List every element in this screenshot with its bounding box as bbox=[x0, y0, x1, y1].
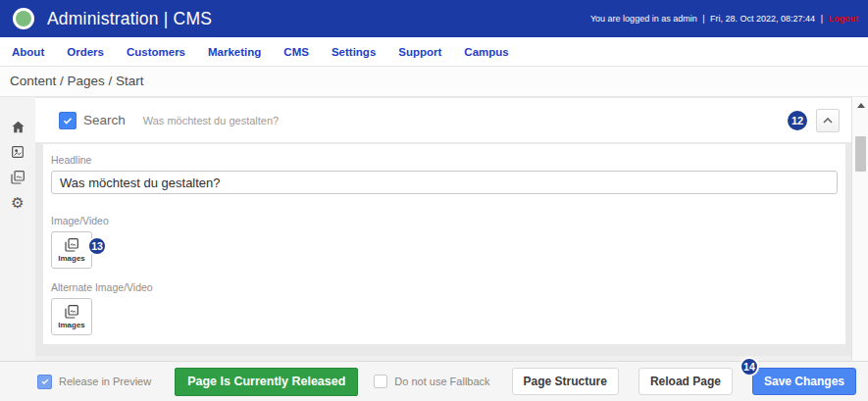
images-count-badge: 13 bbox=[87, 236, 107, 256]
breadcrumb[interactable]: Content / Pages / Start bbox=[0, 67, 868, 96]
module-title: Search bbox=[83, 113, 126, 127]
app-title: Administration | CMS bbox=[47, 9, 212, 29]
checkmark-icon bbox=[62, 115, 74, 126]
checkmark-icon bbox=[40, 376, 50, 386]
search-module-header: Search Was möchtest du gestalten? 12 bbox=[35, 98, 851, 142]
separator: | bbox=[702, 14, 704, 24]
brand-logo-globe bbox=[16, 11, 31, 26]
nav-item-cms[interactable]: CMS bbox=[283, 46, 309, 58]
save-changes-label: Save Changes bbox=[764, 375, 844, 388]
headline-label: Headline bbox=[51, 154, 838, 166]
reload-page-button[interactable]: Reload Page bbox=[638, 368, 733, 395]
nav-item-about[interactable]: About bbox=[12, 46, 44, 58]
footer-right-buttons: Page Structure Reload Page Save Changes … bbox=[512, 368, 868, 395]
module-subtitle: Was möchtest du gestalten? bbox=[143, 115, 279, 126]
release-in-preview-checkbox[interactable] bbox=[37, 375, 52, 389]
separator: | bbox=[821, 14, 823, 24]
alternate-images-picker-button[interactable]: Images bbox=[51, 298, 92, 335]
left-icon-rail: ⚙ bbox=[0, 97, 35, 361]
fallback-label: Do not use Fallback bbox=[394, 376, 489, 387]
admin-cms-window: Administration | CMS You are logged in a… bbox=[0, 0, 868, 401]
alternate-images-button-label: Images bbox=[58, 321, 85, 329]
release-status-button[interactable]: Page Is Currently Released bbox=[175, 368, 358, 396]
module-form-panel: Headline Image/Video Images 13 Alternate… bbox=[43, 144, 845, 344]
collapse-button[interactable] bbox=[816, 109, 840, 132]
login-status-text: You are logged in as admin bbox=[590, 14, 697, 24]
footer-action-bar: Release in Preview Page Is Currently Rel… bbox=[0, 361, 868, 401]
fallback-checkbox[interactable] bbox=[374, 375, 387, 388]
save-changes-button[interactable]: Save Changes 14 bbox=[752, 368, 856, 395]
module-count-badge: 12 bbox=[786, 109, 809, 132]
scroll-up-arrow-icon[interactable] bbox=[857, 103, 865, 108]
nav-item-settings[interactable]: Settings bbox=[332, 46, 376, 58]
alternate-image-video-label: Alternate Image/Video bbox=[51, 281, 838, 293]
search-module-checkbox[interactable] bbox=[59, 112, 77, 129]
datetime-text: Fri, 28. Oct 2022, 08:27:44 bbox=[710, 14, 815, 24]
breadcrumb-bar: Content / Pages / Start bbox=[0, 67, 868, 97]
headline-input[interactable] bbox=[51, 171, 838, 194]
images-icon bbox=[64, 237, 79, 253]
nav-item-support[interactable]: Support bbox=[398, 46, 441, 58]
chevron-up-icon bbox=[823, 118, 833, 124]
release-in-preview-label: Release in Preview bbox=[59, 376, 151, 387]
nav-item-campus[interactable]: Campus bbox=[464, 46, 508, 58]
session-info: You are logged in as admin | Fri, 28. Oc… bbox=[587, 14, 858, 24]
page-preview-icon[interactable] bbox=[9, 143, 26, 161]
gear-icon[interactable]: ⚙ bbox=[9, 194, 26, 212]
page-structure-button[interactable]: Page Structure bbox=[512, 368, 619, 395]
logout-link[interactable]: Logout bbox=[829, 14, 859, 24]
brand-logo-icon bbox=[13, 8, 34, 29]
main-content: ⚙ Search Was möchtest du gestalten? 12 H… bbox=[0, 97, 868, 361]
vertical-scrollbar[interactable] bbox=[851, 97, 868, 361]
nav-item-orders[interactable]: Orders bbox=[67, 46, 104, 58]
media-library-icon[interactable] bbox=[9, 169, 26, 186]
main-nav: About Orders Customers Marketing CMS Set… bbox=[0, 37, 868, 67]
images-picker-button[interactable]: Images bbox=[51, 231, 92, 269]
home-icon[interactable] bbox=[9, 118, 26, 135]
images-icon bbox=[64, 304, 79, 320]
image-video-row: Images 13 bbox=[51, 231, 120, 269]
nav-item-customers[interactable]: Customers bbox=[127, 46, 185, 58]
image-video-label: Image/Video bbox=[51, 215, 838, 226]
nav-item-marketing[interactable]: Marketing bbox=[208, 46, 261, 58]
images-button-label: Images bbox=[58, 254, 85, 263]
top-header-bar: Administration | CMS You are logged in a… bbox=[0, 0, 868, 37]
save-step-badge: 14 bbox=[740, 357, 759, 376]
alternate-image-video-row: Images bbox=[51, 298, 120, 335]
scrollbar-thumb[interactable] bbox=[855, 136, 866, 172]
